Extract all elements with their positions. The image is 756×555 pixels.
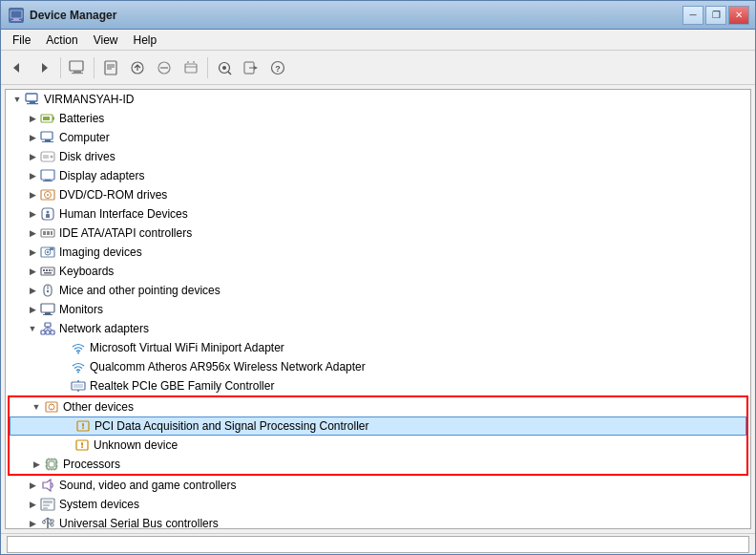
unknown-device-label: Unknown device bbox=[94, 438, 178, 452]
close-button[interactable]: ✕ bbox=[728, 6, 749, 25]
hid-expander[interactable]: ▶ bbox=[25, 206, 40, 222]
svg-rect-46 bbox=[46, 214, 50, 218]
forward-button[interactable] bbox=[32, 55, 56, 80]
scan2-button[interactable] bbox=[239, 55, 263, 80]
svg-rect-32 bbox=[41, 132, 52, 139]
svg-rect-34 bbox=[42, 141, 53, 142]
tree-item-mice[interactable]: ▶ Mice and other pointing devices bbox=[6, 281, 750, 300]
properties-button[interactable] bbox=[98, 55, 123, 80]
svg-rect-8 bbox=[105, 61, 116, 75]
device-tree-panel[interactable]: ▼ VIRMANSYAH-ID ▶ bbox=[5, 89, 751, 529]
app-icon bbox=[9, 8, 24, 23]
tree-item-monitors[interactable]: ▶ Monitors bbox=[6, 300, 750, 319]
menu-bar: File Action View Help bbox=[1, 30, 755, 51]
content-area: ▼ VIRMANSYAH-ID ▶ bbox=[1, 85, 755, 533]
processors-expander[interactable]: ▶ bbox=[29, 457, 44, 472]
update-driver-button[interactable] bbox=[125, 55, 150, 80]
svg-rect-0 bbox=[10, 11, 22, 18]
computer-expander[interactable]: ▶ bbox=[25, 130, 40, 145]
svg-rect-93 bbox=[49, 461, 54, 467]
disk-drives-expander[interactable]: ▶ bbox=[25, 149, 40, 164]
computer-icon-btn[interactable] bbox=[65, 55, 90, 80]
imaging-expander[interactable]: ▶ bbox=[25, 245, 40, 260]
tree-item-qualcomm[interactable]: ▶ Qualcomm Atheros AR956x Wireless Netwo… bbox=[6, 357, 750, 376]
root-icon bbox=[25, 92, 40, 107]
svg-rect-28 bbox=[27, 103, 38, 104]
help-button[interactable]: ? bbox=[265, 55, 290, 80]
menu-help[interactable]: Help bbox=[126, 32, 165, 49]
pci-data-icon: ! bbox=[75, 418, 91, 434]
svg-point-113 bbox=[43, 521, 46, 523]
tree-item-realtek[interactable]: ▶ Realtek PCIe GBE Family Controller bbox=[6, 376, 750, 395]
dvd-rom-expander[interactable]: ▶ bbox=[25, 187, 40, 203]
menu-view[interactable]: View bbox=[86, 32, 126, 49]
tree-item-keyboards[interactable]: ▶ Keyboards bbox=[6, 262, 750, 281]
back-button[interactable] bbox=[5, 55, 30, 80]
other-devices-expander[interactable]: ▼ bbox=[29, 399, 44, 415]
svg-point-87 bbox=[82, 427, 84, 429]
menu-file[interactable]: File bbox=[5, 32, 38, 49]
tree-item-computer[interactable]: ▶ Computer bbox=[6, 128, 750, 147]
root-label: VIRMANSYAH-ID bbox=[44, 93, 134, 106]
svg-rect-1 bbox=[13, 18, 19, 20]
usb-expander[interactable]: ▶ bbox=[25, 516, 40, 529]
svg-rect-26 bbox=[26, 94, 37, 101]
menu-action[interactable]: Action bbox=[38, 32, 85, 49]
svg-rect-50 bbox=[51, 231, 52, 235]
system-expander[interactable]: ▶ bbox=[25, 497, 40, 512]
display-adapters-expander[interactable]: ▶ bbox=[25, 168, 40, 183]
tree-item-sound[interactable]: ▶ Sound, video and game controllers bbox=[6, 476, 750, 495]
tree-item-wifi-mini[interactable]: ▶ Microsoft Virtual WiFi Miniport Adapte… bbox=[6, 338, 750, 357]
tree-item-disk-drives[interactable]: ▶ Disk drives bbox=[6, 147, 750, 166]
svg-rect-37 bbox=[43, 155, 49, 159]
dvd-rom-label: DVD/CD-ROM drives bbox=[59, 188, 167, 202]
toolbar-sep-1 bbox=[60, 57, 61, 78]
ide-expander[interactable]: ▶ bbox=[25, 225, 40, 241]
tree-item-hid[interactable]: ▶ Human Interface Devices bbox=[6, 204, 750, 224]
sound-expander[interactable]: ▶ bbox=[25, 478, 40, 493]
display-adapters-label: Display adapters bbox=[59, 169, 144, 182]
network-label: Network adapters bbox=[59, 322, 149, 335]
keyboards-expander[interactable]: ▶ bbox=[25, 264, 40, 279]
svg-point-75 bbox=[77, 372, 79, 374]
svg-rect-111 bbox=[51, 520, 53, 523]
uninstall-button[interactable] bbox=[178, 55, 203, 80]
minimize-button[interactable]: ─ bbox=[682, 6, 704, 25]
svg-point-36 bbox=[51, 156, 53, 159]
network-expander[interactable]: ▼ bbox=[25, 321, 40, 336]
processors-label: Processors bbox=[63, 458, 120, 471]
mice-expander[interactable]: ▶ bbox=[25, 283, 40, 298]
tree-item-usb[interactable]: ▶ Universal Serial Bus controllers bbox=[6, 514, 750, 529]
tree-item-unknown-device[interactable]: ▶ ! Unknown device bbox=[10, 436, 746, 455]
svg-rect-30 bbox=[52, 117, 54, 120]
toolbar-sep-3 bbox=[207, 57, 208, 78]
batteries-expander[interactable]: ▶ bbox=[25, 111, 40, 126]
tree-item-display-adapters[interactable]: ▶ Display adapters bbox=[6, 166, 750, 185]
tree-root[interactable]: ▼ VIRMANSYAH-ID bbox=[6, 90, 750, 109]
monitors-expander[interactable]: ▶ bbox=[25, 302, 40, 317]
scan-button[interactable] bbox=[212, 55, 237, 80]
usb-label: Universal Serial Bus controllers bbox=[59, 517, 219, 529]
tree-item-dvd-rom[interactable]: ▶ DVD/CD-ROM drives bbox=[6, 185, 750, 204]
window-controls: ─ ❐ ✕ bbox=[682, 6, 749, 25]
unknown-device-icon: ! bbox=[74, 438, 90, 453]
tree-item-processors[interactable]: ▶ bbox=[10, 455, 746, 474]
svg-point-74 bbox=[77, 352, 79, 354]
disable-button[interactable] bbox=[152, 55, 177, 80]
tree-item-network[interactable]: ▼ Network adapters bbox=[6, 319, 750, 338]
tree-item-other-devices[interactable]: ▼ Other devices bbox=[10, 397, 746, 416]
computer-label: Computer bbox=[59, 131, 110, 144]
sound-label: Sound, video and game controllers bbox=[59, 479, 236, 492]
restore-button[interactable]: ❐ bbox=[705, 6, 726, 25]
root-expander[interactable]: ▼ bbox=[10, 92, 25, 107]
tree-item-imaging[interactable]: ▶ Imaging devices bbox=[6, 243, 750, 262]
batteries-label: Batteries bbox=[59, 112, 104, 125]
svg-rect-58 bbox=[49, 269, 51, 271]
tree-item-ide[interactable]: ▶ IDE ATA/ATAPI controllers bbox=[6, 224, 750, 243]
tree-item-system[interactable]: ▶ System devices bbox=[6, 495, 750, 514]
svg-line-71 bbox=[43, 327, 48, 331]
tree-item-pci-data[interactable]: ▶ ! PCI Data Acquisition and Signal Proc… bbox=[10, 416, 746, 436]
svg-rect-56 bbox=[43, 269, 45, 271]
tree-item-batteries[interactable]: ▶ Batteries bbox=[6, 109, 750, 128]
svg-rect-68 bbox=[41, 331, 45, 334]
